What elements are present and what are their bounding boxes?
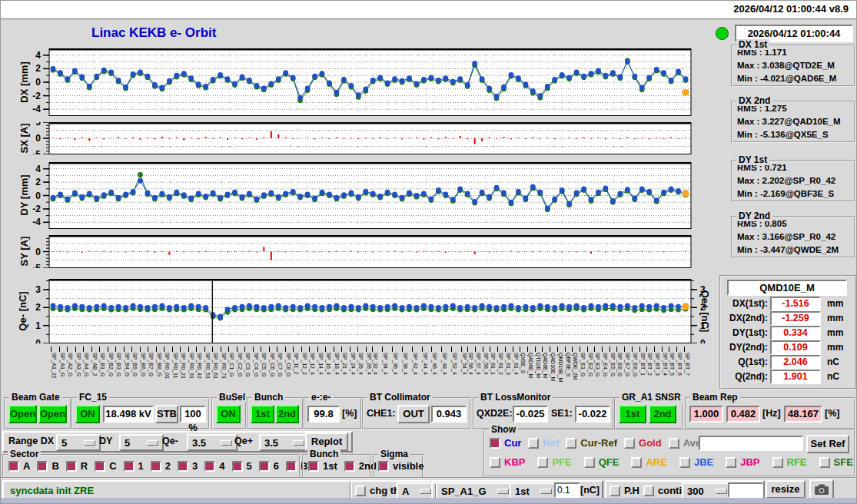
window-titlebar: 2026/04/12 01:00:44 v8.9 [1, 1, 857, 18]
bunch-checkbox-2nd[interactable]: 2nd [344, 460, 377, 472]
beam-gate-open-2-button[interactable]: Open [38, 405, 67, 423]
checkbox-indicator [584, 457, 595, 468]
bpm-label: SP_C2_G [238, 353, 243, 377]
fc15-stb-button[interactable]: STB [155, 405, 178, 423]
range-dx-value: 5 [61, 437, 67, 449]
bpm-tick [412, 346, 413, 352]
bpm-label: SP_R0_01 [164, 353, 170, 379]
bpm-tick [204, 346, 205, 352]
sector-checkbox-3[interactable]: 3 [178, 460, 198, 472]
snsr-1st-button[interactable]: 1st [619, 405, 646, 423]
qe-chart[interactable]: 33221100 [18, 279, 718, 343]
show-checkbox-ref[interactable]: Ref [528, 437, 559, 449]
checkbox-label: JBP [740, 456, 759, 468]
show-checkbox-rfe[interactable]: RFE [772, 456, 807, 468]
bpm-label: SP_11_2 [294, 353, 299, 374]
show-checkbox-cur[interactable]: Cur [490, 437, 521, 449]
svg-text:-5: -5 [32, 149, 41, 154]
bpm-tick [513, 346, 513, 352]
show-checkbox-jbe[interactable]: JBE [679, 456, 713, 468]
svg-text:1: 1 [35, 320, 41, 331]
beam-gate-open-1-button[interactable]: Open [8, 405, 37, 423]
bpm-tick [475, 346, 476, 352]
bpm-label: SP_57_4 [476, 353, 481, 375]
qmd-row-unit: nC [827, 356, 839, 367]
checkbox-label: SFE [834, 456, 853, 468]
main-panel: Linac KEKB e- Orbit 2026/04/12 01:00:44 … [1, 21, 857, 498]
bpm-label: SP_B5_G [132, 353, 138, 376]
bpm-label: SP_B6_G [141, 353, 146, 376]
sector-checkbox-5[interactable]: 5 [232, 460, 252, 472]
sx-chart[interactable]: 50-5 [18, 122, 718, 154]
set-ref-button[interactable]: Set Ref [806, 435, 849, 453]
count-dropdown[interactable]: 300 [682, 482, 732, 499]
sector-checkbox-r[interactable]: R [66, 460, 88, 472]
chg-th-checkbox[interactable]: chg th [355, 485, 400, 496]
sy-chart[interactable]: 0-5 [18, 235, 718, 268]
show-checkbox-gold[interactable]: Gold [624, 437, 662, 449]
ph-checkbox[interactable]: P.H [610, 485, 639, 496]
bpm-tick [624, 346, 625, 352]
bunch-sel-dropdown[interactable]: 1st [510, 482, 557, 499]
selected-bpm-panel: QMD10E_M DX(1st):-1.516mm DX(2nd):-1.259… [719, 275, 857, 390]
show-checkbox-pfe[interactable]: PFE [537, 456, 571, 468]
screenshot-button[interactable] [809, 479, 834, 499]
stat-min: Min : -5.136@QX5E_S [732, 128, 854, 141]
checkbox-indicator [66, 461, 77, 472]
range-dx-dropdown[interactable]: 5 [56, 434, 101, 451]
threshold-input[interactable] [554, 482, 580, 498]
bpm-tick [83, 346, 84, 352]
sector-checkbox-a[interactable]: A [8, 460, 30, 472]
sector-checkbox-1[interactable]: 1 [124, 460, 144, 472]
bpm-tick [253, 346, 254, 352]
show-checkbox-are[interactable]: ARE [631, 456, 666, 468]
checkbox-indicator [378, 461, 389, 472]
show-checkbox-jbp[interactable]: JBP [726, 456, 759, 468]
show-checkbox-qfe[interactable]: QFE [584, 456, 619, 468]
dy-chart[interactable]: 420-2-4 [18, 162, 718, 229]
che1-out-button[interactable]: OUT [397, 405, 430, 423]
snsr-2nd-button[interactable]: 2nd [649, 405, 676, 423]
range-dy-dropdown[interactable]: 5 [119, 434, 164, 451]
range-qep-dropdown[interactable]: 3.5 [259, 434, 310, 451]
group-title: e-:e- [309, 392, 333, 403]
checkbox-indicator [8, 461, 19, 472]
bpm-label: SP_36_4 [393, 353, 398, 375]
sector-checkbox-b[interactable]: B [37, 460, 58, 472]
bpm-label: SP_48_4 [442, 353, 447, 375]
show-checkbox-kbp[interactable]: KBP [490, 456, 525, 468]
bunch-2nd-button[interactable]: 2nd [275, 405, 299, 423]
bpm-tick [237, 346, 238, 352]
dx-chart[interactable]: 420-2-4 [18, 48, 718, 116]
dropdown-indicator-icon [420, 489, 431, 494]
bpm-tick [639, 346, 640, 352]
checkbox-indicator [308, 461, 319, 472]
checkbox-label: conti [658, 485, 682, 496]
sector-checkbox-4[interactable]: 4 [204, 460, 224, 472]
sigma-checkbox-visible[interactable]: visible [378, 460, 424, 472]
conti-checkbox[interactable]: conti [643, 485, 682, 496]
sector-checkbox-c[interactable]: C [95, 460, 116, 472]
count-input[interactable] [728, 482, 763, 498]
busel-on-button[interactable]: ON [216, 405, 241, 423]
show-checkbox-sfe[interactable]: SFE [819, 456, 853, 468]
show-checkbox-cur-ref[interactable]: Cur-Ref [566, 437, 617, 449]
stats-dx-2nd: DX 2nd RMS : 1.275 Max : 3.227@QAD10E_M … [731, 101, 855, 143]
resize-button[interactable]: resize [766, 480, 806, 499]
range-qem-dropdown[interactable]: 3.5 [187, 434, 238, 451]
show-row-1: CurRefCur-RefGoldAve10 [490, 437, 719, 449]
bpm-tick [580, 346, 580, 352]
sector-checkbox-2[interactable]: 2 [151, 460, 171, 472]
bunch-1st-button[interactable]: 1st [251, 405, 274, 423]
fc15-on-button[interactable]: ON [75, 405, 100, 423]
count-value: 300 [687, 486, 704, 497]
qxd2e-label: QXD2E: [477, 408, 513, 419]
svg-text:2: 2 [35, 177, 41, 187]
bpm-tick [483, 346, 483, 352]
set-ref-input[interactable] [699, 436, 803, 451]
sector-checkbox-6[interactable]: 6 [259, 460, 279, 472]
bpm-name-dropdown[interactable]: SP_A1_G [436, 482, 514, 499]
status-led [716, 27, 729, 40]
bunch-checkbox-1st[interactable]: 1st [308, 460, 337, 472]
checkbox-label: R [81, 460, 88, 472]
